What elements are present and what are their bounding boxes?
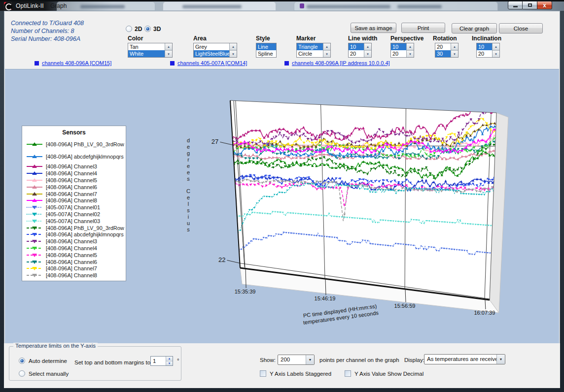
radio-2d[interactable] [126,26,132,32]
legend-entry: [408-096A] Channel7 [22,191,126,197]
y-tick-label: 22 [218,256,225,263]
listbox-option-10[interactable]: 10 [477,43,492,50]
connection-info: Connected to T/Guard 408 Number of Chann… [11,19,84,43]
clear-graph-button[interactable]: Clear graph [452,23,497,33]
rotation-listbox[interactable]: 2030▲▼ [435,43,458,58]
show-points-dropdown[interactable]: 200 ▼ [278,355,315,365]
down-arrow-button[interactable]: ▼ [364,50,371,57]
svg-text:u: u [187,220,190,226]
inclination-listbox[interactable]: 1020▲▼ [476,43,500,58]
auto-determine-label: Auto determine [29,358,67,364]
radio-2d-label: 2D [135,26,142,33]
listbox-option-20[interactable]: 20 [349,50,364,57]
spinner-up-arrow[interactable]: ▲ [166,357,173,361]
display-label: Display: [404,357,424,363]
select-manually-radio[interactable] [19,370,25,377]
up-arrow-button[interactable]: ▲ [493,43,499,50]
channel-link-com15[interactable]: channels 408-096A [COM15] [35,60,111,66]
down-arrow-button[interactable]: ▼ [407,50,414,57]
y-tick-label: 27 [212,138,218,145]
up-arrow-button[interactable]: ▲ [451,43,458,50]
groupbox-label: Temperature limits on the Y-axis [13,343,98,349]
svg-text:C: C [186,188,190,194]
listbox-option-circle[interactable]: Circle [297,50,323,57]
channel-checkbox-icon[interactable] [35,61,39,65]
close-window-button[interactable]: x [537,1,552,9]
perspective-listbox[interactable]: 1020▲▼ [390,43,414,58]
channel-checkbox-icon[interactable] [170,61,175,65]
color-listbox[interactable]: TanWhite▲▼ [128,43,173,58]
inclination-label: Inclination [472,35,501,42]
channel-link-com14[interactable]: channels 405-007A [COM14] [170,60,247,66]
svg-text:d: d [187,137,190,143]
style-listbox[interactable]: LineSpline [256,43,277,58]
listbox-option-white[interactable]: White [128,50,165,57]
listbox-option-20[interactable]: 20 [435,43,451,50]
margins-spinner[interactable]: 1 ▲ ▼ [150,356,173,366]
listbox-option-triangle[interactable]: Triangle [297,43,323,50]
restore-button[interactable] [523,1,537,9]
down-arrow-button[interactable]: ▼ [323,50,330,57]
display-mode-dropdown[interactable]: As temperatures are received ▼ [424,354,505,364]
dropdown-arrow-icon[interactable]: ▼ [306,355,314,364]
listbox-option-grey[interactable]: Grey [194,43,229,50]
listbox-option-tan[interactable]: Tan [128,43,165,50]
marker-listbox[interactable]: TriangleCircle▲▼ [296,43,331,58]
background-tab [57,1,155,11]
legend-line-sample [26,178,43,183]
close-button[interactable]: Close [499,23,543,33]
x-tick-label: 16:07:39 [474,310,495,316]
listbox-option-10[interactable]: 10 [391,43,406,50]
legend-entry-label: [408-096A] Channel3 [46,163,97,169]
channel-checkbox-icon[interactable] [284,61,289,65]
up-arrow-button[interactable]: ▲ [230,43,237,50]
legend-line-sample [26,219,43,224]
legend-entry-label: [408-096A] Channel8 [46,272,97,278]
dropdown-arrow-icon[interactable]: ▼ [496,355,505,364]
up-arrow-button[interactable]: ▲ [407,43,414,50]
legend-line-sample [26,212,43,217]
listbox-option-10[interactable]: 10 [349,43,364,50]
legend-line-sample [26,154,43,159]
footer-panel: Temperature limits on the Y-axis Auto de… [4,343,560,388]
show-label: Show: [260,357,276,363]
margins-value[interactable]: 1 [151,357,166,365]
radio-3d[interactable] [144,26,151,32]
channel-link-ip[interactable]: channels 408-096A [IP address 10.0.0.4] [284,60,390,66]
minimize-button[interactable] [508,1,523,9]
down-arrow-button[interactable]: ▼ [230,50,237,57]
down-arrow-button[interactable]: ▼ [493,50,499,57]
save-as-image-button[interactable]: Save as image [351,23,396,33]
legend-entry-label: [408-096A] PhB_LV_90_3rdRow [46,225,124,231]
up-arrow-button[interactable]: ▲ [364,43,371,50]
legend-entry: [408-096A] Channel4 [22,170,126,177]
legend-line-sample [26,185,43,190]
auto-determine-radio[interactable] [19,358,25,364]
area-listbox[interactable]: GreyLightSteelBlue▲▼ [193,43,237,58]
legend-line-sample [26,260,43,264]
up-arrow-button[interactable]: ▲ [165,43,172,50]
legend-entry: [408-096A] Channel6 [22,184,126,191]
legend-entry: [408-096A] Channel5 [22,177,126,184]
y-axis-labels-staggered-checkbox[interactable] [260,370,266,377]
print-button[interactable]: Print [401,23,445,33]
listbox-option-line[interactable]: Line [256,43,276,50]
legend-entry: [405-007A] Channel03 [22,218,126,225]
legend-line-sample [26,239,43,244]
listbox-option-30[interactable]: 30 [435,50,451,57]
listbox-option-spline[interactable]: Spline [256,50,276,57]
legend-entry-label: [408-096A] Channel4 [46,245,97,251]
sensors-legend: Sensors [408-096A] PhB_LV_90_3rdRow[408-… [22,126,126,281]
spinner-down-arrow[interactable]: ▼ [166,361,173,366]
down-arrow-button[interactable]: ▼ [451,50,458,57]
listbox-option-lightsteelblue[interactable]: LightSteelBlue [194,50,229,57]
y-axis-show-decimal-checkbox[interactable] [345,370,351,377]
application-window: OptiLink-II Graph x Connected to T/Guard… [0,0,564,392]
down-arrow-button[interactable]: ▼ [165,50,172,57]
legend-line-sample [26,192,43,196]
up-arrow-button[interactable]: ▲ [323,43,330,50]
line-width-listbox[interactable]: 1020▲▼ [348,43,372,58]
listbox-option-20[interactable]: 20 [477,50,492,57]
listbox-option-20[interactable]: 20 [391,50,406,57]
legend-entry: [408-096A] Channel3 [22,163,126,170]
